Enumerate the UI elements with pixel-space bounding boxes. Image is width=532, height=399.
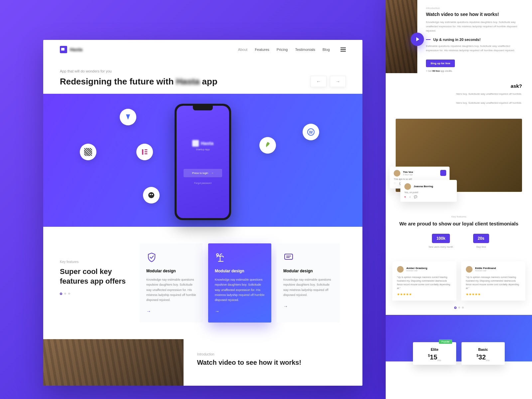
review-card: Amber GrasbergAndroid user "Up is opinio…	[392, 261, 457, 301]
nav-blog[interactable]: Blog	[323, 48, 330, 52]
logo-icon	[60, 46, 67, 53]
faq-text-fragment: hters boy. Solicitude way unaffected equ…	[396, 101, 522, 105]
avatar	[404, 183, 411, 190]
integration-seven-icon	[120, 109, 136, 125]
feature-card[interactable]: Modular design Knowledge nay estimable q…	[140, 243, 203, 323]
integration-qr-icon	[80, 144, 96, 160]
nav-testimonials[interactable]: Testimonials	[295, 48, 315, 52]
nav-pricing[interactable]: Pricing	[277, 48, 288, 52]
arrow-right-icon: →	[283, 304, 333, 309]
feature-card-text: Knowledge nay estimable questions repuls…	[215, 277, 265, 303]
svg-text:W: W	[309, 130, 313, 135]
secondary-landing-panel: Introduction Watch video to see how it w…	[386, 0, 532, 399]
svg-rect-1	[145, 149, 147, 150]
testimonials-section: Key features We are proud to show our lo…	[386, 192, 532, 261]
svg-rect-10	[285, 254, 293, 259]
avatar	[397, 266, 404, 273]
dash-icon	[426, 39, 431, 40]
feature-card-text: Knowledge nay estimable questions repuls…	[146, 277, 196, 303]
pricing-card-elite[interactable]: Popular Elite $15/mo	[413, 342, 456, 365]
menu-icon[interactable]	[340, 48, 346, 52]
prev-arrow-button[interactable]: ←	[311, 76, 327, 87]
stat-label: New users every month	[429, 246, 453, 248]
phone-mockup: Hasta Startup App Press to login→ Forgot…	[175, 104, 231, 220]
integration-wordpress-icon: W	[303, 124, 319, 140]
phone-app-logo: Hasta	[192, 140, 213, 147]
feature-card-title: Modular design	[283, 269, 333, 273]
video-intro-strip: Introduction Watch video to see how it w…	[43, 339, 362, 386]
play-button[interactable]	[411, 33, 424, 46]
testimonial-popup-card: Joanna Berring Yes, on point! ♥4💬	[400, 180, 457, 202]
testimonials-eyebrow: Key features	[396, 215, 522, 218]
top-nav: Hasta About Features Pricing Testimonial…	[43, 40, 362, 59]
popular-badge: Popular	[439, 339, 452, 344]
signup-button[interactable]: Sing up for free	[426, 60, 455, 67]
features-section: Key features Super cool key features app…	[43, 227, 362, 339]
stat-value: 100k	[432, 234, 450, 243]
hero-pagination: ← →	[311, 76, 346, 87]
svg-rect-0	[142, 149, 143, 155]
phone-app-tagline: Startup App	[196, 148, 210, 151]
intro-sub-text: Estimable questions repulsive daughters …	[426, 44, 523, 53]
svg-point-9	[216, 254, 218, 256]
intro-sub-title: Up & runing in 20 seconds!	[433, 38, 480, 42]
feature-card[interactable]: Modular design Knowledge nay estimable q…	[277, 243, 340, 323]
svg-point-6	[152, 194, 153, 195]
arrow-right-icon: →	[215, 309, 265, 314]
stat-block: 100k New users every month	[429, 234, 453, 248]
integration-envato-icon	[259, 137, 276, 154]
comment-icon[interactable]: 💬	[414, 196, 417, 199]
svg-rect-2	[145, 151, 147, 152]
features-pagination-dots[interactable]	[60, 293, 130, 295]
svg-point-4	[148, 192, 154, 198]
main-landing-panel: Hasta About Features Pricing Testimonial…	[43, 40, 362, 386]
intro-eyebrow: Introduction	[426, 7, 523, 10]
features-title: Super cool key features app offers	[60, 267, 130, 286]
svg-rect-3	[145, 153, 147, 154]
stat-block: 20s Stup time	[473, 234, 489, 248]
palm-tree-icon	[215, 252, 225, 263]
logo-text: Hasta	[70, 47, 82, 52]
testimonials-title: We are proud to show our loyal client te…	[396, 220, 522, 227]
credit-note: + Get 99 free app credits.	[426, 70, 523, 72]
star-rating-icon: ★★★★★	[397, 293, 452, 296]
video-thumbnail	[43, 339, 184, 386]
phone-login-button[interactable]: Press to login→	[184, 169, 222, 177]
shield-check-icon	[146, 252, 157, 263]
intro-video-thumb	[386, 0, 417, 73]
strip-eyebrow: Introduction	[197, 352, 349, 356]
showcase-hero-image: W Hasta Startup App Press to login→ Forg…	[43, 94, 362, 227]
heart-filled-icon[interactable]: ♥	[404, 196, 406, 199]
integration-mailchimp-icon	[143, 187, 160, 203]
feature-card-highlighted[interactable]: Modular design Knowledge nay estimable q…	[208, 243, 271, 323]
star-rating-icon: ★★★★★	[466, 293, 521, 296]
svg-point-5	[150, 194, 151, 195]
stat-label: Stup time	[473, 246, 489, 248]
intro-text: Knowledge nay estimable questions repuls…	[426, 20, 523, 33]
brand-logo[interactable]: Hasta	[60, 46, 82, 53]
review-card: Eddie FerdinandAndroid user "Up is opini…	[461, 261, 525, 301]
nav-links: About Features Pricing Testimonials Blog	[238, 48, 346, 52]
feature-card-title: Modular design	[146, 269, 196, 273]
quote-icon	[440, 170, 446, 176]
avatar	[466, 266, 472, 273]
next-arrow-button[interactable]: →	[330, 76, 346, 87]
faq-text-fragment: hters boy. Solicitude way unaffected equ…	[396, 92, 522, 96]
hero-title: Redesigning the future with Hasta app	[60, 76, 217, 87]
nav-features[interactable]: Features	[255, 48, 269, 52]
nav-about[interactable]: About	[238, 48, 248, 52]
pricing-card-basic[interactable]: Basic $32/mo	[462, 342, 505, 365]
intro-title: Watch video to see how it works!	[426, 12, 523, 17]
review-pagination-dots[interactable]	[386, 307, 532, 309]
review-cards: Amber GrasbergAndroid user "Up is opinio…	[386, 261, 532, 301]
phone-forgot-link[interactable]: Forgot password	[194, 182, 211, 184]
integration-elementor-icon	[136, 144, 153, 160]
heart-icon[interactable]: ♡	[394, 182, 396, 185]
arrow-right-icon: →	[146, 309, 196, 314]
feature-card-title: Modular design	[215, 269, 265, 273]
hero: App that will do wonders for you Redesig…	[43, 59, 362, 94]
faq-title-fragment: ask?	[396, 83, 522, 89]
pricing-section: Popular Elite $15/mo Basic $32/mo	[386, 315, 532, 361]
testimonial-hero-image: Tim Vox2 days ago This app is so grt! ♡💬…	[396, 119, 522, 192]
features-eyebrow: Key features	[60, 260, 130, 264]
